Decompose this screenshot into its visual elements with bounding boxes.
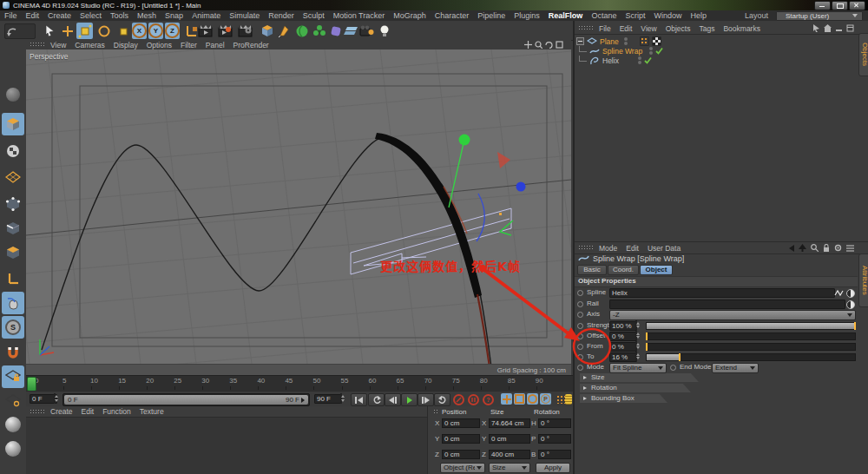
keyframe-dot[interactable] xyxy=(577,365,583,371)
minimize-panel-icon[interactable] xyxy=(835,24,843,32)
om-menu-item[interactable]: Bookmarks xyxy=(719,24,765,33)
loop-button[interactable] xyxy=(434,393,450,406)
cursor-icon[interactable] xyxy=(812,24,820,32)
material-menu-item[interactable]: Edit xyxy=(77,407,99,416)
object-row-plane[interactable]: Plane xyxy=(576,36,661,46)
om-menu-item[interactable]: File xyxy=(595,24,615,33)
menu-item[interactable]: Motion Tracker xyxy=(329,11,390,20)
material-menu-item[interactable]: Create xyxy=(46,407,77,416)
rotate-tool[interactable] xyxy=(95,23,112,39)
keyframe-selection-button[interactable]: ? xyxy=(483,394,494,405)
panel-options-icon[interactable] xyxy=(846,24,854,32)
render-view-button[interactable] xyxy=(197,23,214,39)
size-x-field[interactable]: 74.664 cm xyxy=(489,418,530,428)
magnet-icon[interactable] xyxy=(2,341,24,364)
menu-item[interactable]: Render xyxy=(264,11,299,20)
texture-mode-button[interactable] xyxy=(2,140,24,162)
add-environment-button[interactable] xyxy=(343,23,359,39)
enabled-check-icon[interactable] xyxy=(655,47,663,55)
menu-item[interactable]: Animate xyxy=(187,11,225,20)
visibility-dots[interactable] xyxy=(638,56,641,65)
undo-button[interactable] xyxy=(4,23,36,39)
keyframe-dot[interactable] xyxy=(670,365,676,371)
gizmo-y-handle[interactable] xyxy=(459,135,470,146)
om-menu-item[interactable]: Objects xyxy=(661,24,695,33)
visibility-dots[interactable] xyxy=(624,36,628,46)
viewport-solo-button[interactable] xyxy=(2,292,24,314)
previous-key-button[interactable] xyxy=(385,393,401,406)
transform-mode-dropdown[interactable]: Object (Rel xyxy=(440,463,485,473)
object-name[interactable]: Helix xyxy=(600,56,619,65)
gear-icon[interactable] xyxy=(834,244,842,252)
key-position-toggle[interactable] xyxy=(501,393,512,405)
object-row-helix[interactable]: Helix xyxy=(576,56,652,65)
play-backwards-button[interactable] xyxy=(368,393,385,406)
keyframe-dot[interactable] xyxy=(577,301,583,307)
am-menu-item[interactable]: Mode xyxy=(595,244,621,253)
side-tab-attributes[interactable]: Attributes xyxy=(858,253,868,307)
menu-item[interactable]: Create xyxy=(43,11,76,20)
live-selection-tool[interactable] xyxy=(42,23,58,39)
size-y-field[interactable]: 0 cm xyxy=(489,434,530,444)
menu-item[interactable]: Plugins xyxy=(510,11,544,20)
pick-target-icon[interactable] xyxy=(846,289,855,298)
list-icon[interactable] xyxy=(846,244,854,252)
last-tool[interactable] xyxy=(115,23,131,39)
object-row-spline-wrap[interactable]: Spline Wrap xyxy=(576,46,663,56)
viewport-menu-item[interactable]: Cameras xyxy=(70,41,108,49)
enable-axis-button[interactable] xyxy=(2,267,24,290)
viewport-menu-item[interactable]: Display xyxy=(109,41,142,49)
layout-dropdown[interactable]: Startup (User) xyxy=(776,11,863,21)
close-button[interactable] xyxy=(849,1,865,10)
scale-tool[interactable] xyxy=(76,23,93,39)
object-name[interactable]: Plane xyxy=(597,37,619,46)
enabled-check-icon[interactable] xyxy=(644,56,652,64)
position-y-field[interactable]: 0 cm xyxy=(442,434,480,444)
menu-item[interactable]: File xyxy=(0,11,22,20)
add-spline-button[interactable] xyxy=(276,23,293,39)
navigation-mode-icon[interactable] xyxy=(2,83,24,106)
menu-item[interactable]: Script xyxy=(621,11,649,20)
history-back-icon[interactable] xyxy=(789,245,794,252)
next-key-button[interactable] xyxy=(418,393,434,406)
material-sphere-icon[interactable] xyxy=(2,438,24,460)
keyframe-dot[interactable] xyxy=(577,344,583,350)
menu-item[interactable]: Tools xyxy=(106,11,133,20)
rotation-h-field[interactable]: 0 ° xyxy=(538,418,571,428)
section-size[interactable]: Size xyxy=(580,373,699,382)
timeline-ruler[interactable]: 051015202530354045505560657075808590 xyxy=(35,377,563,390)
menu-item[interactable]: Window xyxy=(649,11,686,20)
offset-stepper[interactable] xyxy=(635,331,637,340)
object-name[interactable]: Spline Wrap xyxy=(600,47,642,56)
lock-workplane-button[interactable] xyxy=(2,365,24,388)
keyframe-dot[interactable] xyxy=(577,312,583,318)
lock-x-axis-button[interactable]: X xyxy=(132,23,147,39)
strength-input[interactable]: 100 % xyxy=(609,321,637,331)
axis-dropdown[interactable]: -Z xyxy=(609,310,856,320)
strength-slider[interactable] xyxy=(646,322,856,330)
viewport-canvas[interactable] xyxy=(26,49,571,364)
section-header[interactable]: Object Properties xyxy=(578,277,636,285)
arrow-up-icon[interactable] xyxy=(799,244,806,252)
to-slider[interactable] xyxy=(646,353,856,361)
move-tool[interactable] xyxy=(59,23,76,39)
viewport-menu-item[interactable]: View xyxy=(46,41,70,49)
am-menu-item[interactable]: Edit xyxy=(621,244,643,253)
from-slider[interactable] xyxy=(646,343,856,351)
value-mode-dropdown[interactable]: Size xyxy=(489,463,530,473)
zoom-view-icon[interactable] xyxy=(535,41,542,49)
position-z-field[interactable]: 0 cm xyxy=(442,450,480,459)
viewport-menu-item[interactable]: Filter xyxy=(176,41,201,49)
add-deformer-button[interactable] xyxy=(327,23,344,39)
spline-link-field[interactable]: Helix xyxy=(609,288,835,298)
menu-item[interactable]: Sculpt xyxy=(299,11,329,20)
keyframe-dot[interactable] xyxy=(577,333,583,339)
add-generator-button[interactable] xyxy=(293,23,310,39)
key-scale-toggle[interactable] xyxy=(514,393,525,405)
visibility-dots[interactable] xyxy=(649,46,653,56)
add-cube-button[interactable] xyxy=(259,23,275,39)
rail-link-field[interactable] xyxy=(609,300,845,309)
tab-basic[interactable]: Basic xyxy=(577,265,607,275)
side-tab-objects[interactable]: Objects xyxy=(858,33,868,76)
apply-button[interactable]: Apply xyxy=(536,463,570,473)
